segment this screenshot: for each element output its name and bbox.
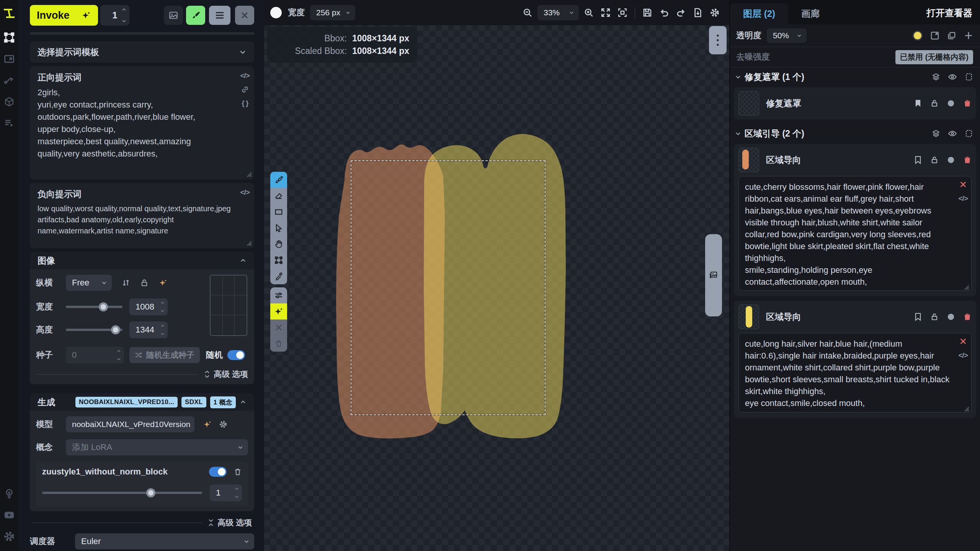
rectangle-tool-button[interactable] bbox=[270, 204, 287, 220]
opacity-select[interactable]: 50% bbox=[767, 28, 807, 43]
width-stepper-arrows[interactable] bbox=[160, 302, 165, 312]
lora-weight-input[interactable]: 1 bbox=[210, 484, 242, 501]
crop-to-bbox-icon[interactable] bbox=[965, 129, 973, 138]
regional-guidance-layer-card[interactable]: 区域导向 cute,long hair,silver hair,blue hai… bbox=[734, 301, 976, 418]
remove-prompt-x-icon[interactable] bbox=[959, 337, 967, 345]
lock-open-icon[interactable] bbox=[930, 99, 939, 108]
color-dot-icon[interactable] bbox=[947, 313, 955, 321]
nav-models-icon[interactable] bbox=[0, 91, 18, 112]
duplicate-layers-icon[interactable] bbox=[947, 31, 956, 40]
random-seed-toggle[interactable] bbox=[227, 350, 245, 360]
canvas-settings-gear-icon[interactable] bbox=[706, 4, 723, 21]
nav-workflows-icon[interactable] bbox=[0, 70, 18, 91]
select-tool-button[interactable] bbox=[270, 220, 287, 236]
zoom-in-icon[interactable] bbox=[580, 4, 597, 21]
advanced-options-label[interactable]: 高级 选项 bbox=[217, 517, 252, 528]
undo-icon[interactable] bbox=[656, 4, 673, 21]
swap-dimensions-icon[interactable] bbox=[122, 279, 130, 287]
resize-handle[interactable] bbox=[962, 283, 969, 290]
image-section-header[interactable]: 图像 bbox=[30, 252, 254, 269]
pan-hand-tool-button[interactable] bbox=[270, 236, 287, 252]
delete-layer-trash-icon[interactable] bbox=[963, 99, 972, 108]
fit-bbox-icon[interactable] bbox=[614, 4, 631, 21]
zoom-out-icon[interactable] bbox=[519, 4, 536, 21]
color-dot-icon[interactable] bbox=[947, 156, 955, 164]
lock-open-icon[interactable] bbox=[140, 279, 149, 287]
nav-upscale-icon[interactable] bbox=[0, 48, 18, 70]
bookmark-icon[interactable] bbox=[914, 313, 922, 321]
zoom-level-select[interactable]: 33% bbox=[537, 5, 579, 20]
tab-gallery[interactable]: 画廊 bbox=[788, 3, 833, 24]
expand-advanced-icon[interactable] bbox=[204, 370, 211, 378]
crop-to-bbox-icon[interactable] bbox=[965, 73, 973, 81]
view-embeddings-icon[interactable]: </> bbox=[240, 188, 250, 197]
resize-handle[interactable] bbox=[962, 405, 969, 412]
lock-open-icon[interactable] bbox=[930, 313, 939, 321]
optimize-size-sparkle-icon[interactable] bbox=[158, 278, 168, 287]
save-to-gallery-icon[interactable] bbox=[689, 4, 706, 21]
view-embeddings-icon[interactable]: </> bbox=[959, 194, 968, 203]
menu-hamburger-button[interactable] bbox=[209, 6, 230, 25]
region-prompt-input[interactable]: cute,cherry blossoms,hair flower,pink fl… bbox=[738, 176, 972, 291]
generation-section-header[interactable]: 生成 NOOBAIXLNAIXL_VPRED10... SDXL 1 概念 bbox=[30, 393, 254, 411]
save-icon[interactable] bbox=[639, 4, 656, 21]
remove-prompt-x-icon[interactable] bbox=[959, 181, 967, 188]
layer-color-swatch[interactable] bbox=[913, 31, 923, 41]
resize-handle[interactable] bbox=[245, 239, 252, 246]
braces-template-icon[interactable]: { } bbox=[242, 99, 248, 108]
nav-queue-icon[interactable] bbox=[0, 112, 18, 134]
aspect-select[interactable]: Free bbox=[66, 275, 112, 291]
close-icon[interactable] bbox=[235, 6, 254, 25]
model-sparkle-icon[interactable] bbox=[203, 420, 212, 429]
tab-layers[interactable]: 图层 (2) bbox=[730, 3, 788, 24]
regional-guidance-section-header[interactable]: 区域引导 (2 个) bbox=[730, 124, 980, 143]
prompt-template-selector[interactable]: 选择提示词模板 bbox=[30, 41, 254, 63]
model-settings-gear-icon[interactable] bbox=[219, 420, 227, 429]
add-lora-select[interactable]: 添加 LoRA bbox=[66, 439, 248, 455]
collapse-advanced-icon[interactable] bbox=[207, 519, 214, 527]
view-embeddings-icon[interactable]: </> bbox=[959, 351, 968, 360]
link-prompts-icon[interactable] bbox=[241, 85, 249, 94]
brush-width-select[interactable]: 256 px bbox=[310, 5, 355, 20]
eyedropper-tool-button[interactable] bbox=[270, 268, 287, 284]
height-stepper-arrows[interactable] bbox=[160, 324, 165, 335]
scheduler-select[interactable]: Euler bbox=[75, 533, 254, 549]
visibility-eye-icon[interactable] bbox=[948, 72, 957, 82]
resize-handle[interactable] bbox=[245, 170, 252, 177]
cancel-tool-button[interactable] bbox=[270, 320, 287, 336]
bookmark-icon[interactable] bbox=[914, 99, 922, 108]
advanced-options-label[interactable]: 高级 选项 bbox=[214, 369, 248, 380]
inpaint-mask-thumbnail[interactable] bbox=[738, 91, 759, 116]
height-input[interactable]: 1344 bbox=[129, 321, 168, 338]
queue-count-stepper[interactable]: 1 bbox=[100, 5, 129, 26]
delete-layer-trash-icon[interactable] bbox=[963, 156, 972, 164]
inpaint-mask-section-header[interactable]: 修复遮罩 (1 个) bbox=[730, 67, 980, 86]
delete-tool-button[interactable] bbox=[270, 336, 287, 352]
regional-guidance-layer-card[interactable]: 区域导向 cute,cherry blossoms,hair flower,pi… bbox=[734, 144, 976, 296]
lora-weight-slider[interactable] bbox=[42, 492, 202, 494]
redo-icon[interactable] bbox=[673, 4, 689, 21]
canvas-brush-mode-button[interactable] bbox=[186, 6, 205, 25]
merge-layers-icon[interactable] bbox=[932, 73, 940, 81]
queue-count-arrows[interactable] bbox=[122, 8, 126, 23]
brush-tool-button[interactable] bbox=[270, 172, 287, 188]
region-thumbnail[interactable] bbox=[738, 305, 759, 329]
settings-gear-icon[interactable] bbox=[0, 526, 18, 547]
invoke-button[interactable]: Invoke bbox=[30, 5, 98, 26]
region-prompt-input[interactable]: cute,long hair,silver hair,blue hair,(me… bbox=[738, 333, 972, 412]
negative-prompt-input[interactable]: low quality,worst quality,normal quality… bbox=[38, 203, 234, 241]
lora-enabled-toggle[interactable] bbox=[209, 467, 227, 477]
ai-sparkle-tool-button[interactable] bbox=[270, 303, 287, 320]
inpaint-mask-layer-card[interactable]: 修复遮罩 bbox=[734, 87, 976, 119]
canvas-stage[interactable]: 宽度 256 px 33% bbox=[264, 0, 729, 551]
eraser-tool-button[interactable] bbox=[270, 188, 287, 204]
support-lightbulb-icon[interactable] bbox=[0, 483, 18, 504]
gallery-pull-tab[interactable] bbox=[705, 234, 722, 316]
generation-bbox[interactable] bbox=[351, 160, 546, 415]
merge-layers-icon[interactable] bbox=[932, 129, 940, 138]
model-select[interactable]: noobaiXLNAIXL_vPred10Version bbox=[66, 416, 194, 432]
open-viewer-button[interactable]: 打开查看器 bbox=[926, 7, 980, 19]
bookmark-icon[interactable] bbox=[914, 156, 922, 164]
seed-value-field[interactable] bbox=[72, 350, 106, 360]
delete-layer-trash-icon[interactable] bbox=[963, 313, 972, 321]
